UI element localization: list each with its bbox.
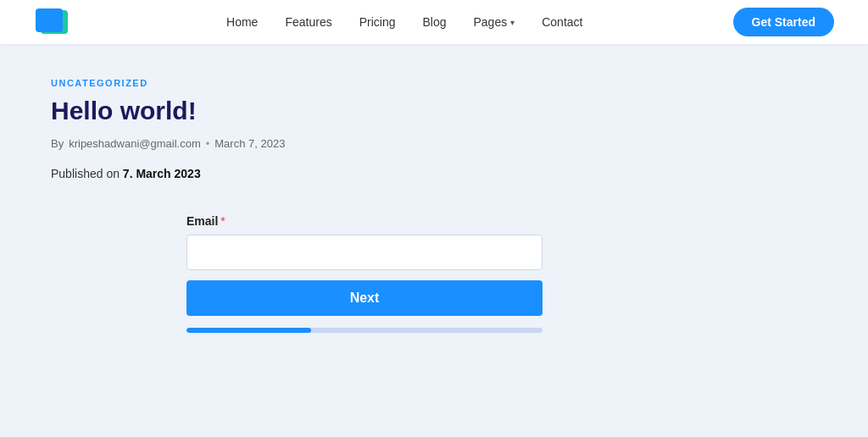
main-content: UNCATEGORIZED Hello world! By kripeshadw… (0, 44, 729, 367)
next-button[interactable]: Next (186, 280, 542, 316)
header: Home Features Pricing Blog Pages ▾ Conta… (0, 0, 868, 44)
chevron-down-icon: ▾ (510, 18, 515, 27)
email-label: Email (186, 214, 218, 228)
email-label-row: Email * (186, 214, 542, 228)
progress-bar-container (186, 328, 542, 333)
main-nav: Home Features Pricing Blog Pages ▾ Conta… (226, 15, 582, 29)
logo[interactable] (34, 7, 76, 37)
nav-home[interactable]: Home (226, 15, 258, 29)
nav-pricing[interactable]: Pricing (359, 15, 396, 29)
post-category: UNCATEGORIZED (51, 78, 678, 88)
post-title: Hello world! (51, 97, 678, 125)
nav-blog[interactable]: Blog (422, 15, 446, 29)
meta-separator: • (206, 137, 210, 150)
nav-features[interactable]: Features (285, 15, 331, 29)
logo-layer-front (36, 8, 63, 32)
email-input[interactable] (186, 235, 542, 270)
get-started-button[interactable]: Get Started (733, 8, 834, 36)
nav-pages[interactable]: Pages ▾ (474, 15, 515, 29)
published-date-value: 7. March 2023 (123, 167, 201, 180)
post-date: March 7, 2023 (214, 137, 285, 150)
post-author: kripeshadwani@gmail.com (69, 137, 201, 150)
progress-bar-fill (186, 328, 311, 333)
post-author-prefix: By (51, 137, 64, 150)
nav-contact[interactable]: Contact (542, 15, 582, 29)
post-meta: By kripeshadwani@gmail.com • March 7, 20… (51, 137, 678, 150)
required-indicator: * (220, 214, 225, 228)
published-prefix: Published on (51, 167, 120, 180)
published-date: Published on 7. March 2023 (51, 167, 678, 180)
email-form-section: Email * Next (186, 214, 542, 333)
